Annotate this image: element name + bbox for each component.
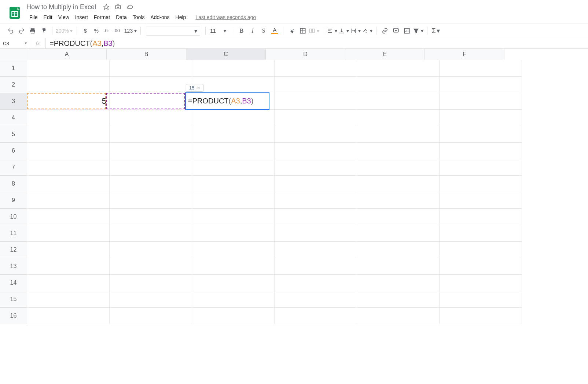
cell-e8[interactable] xyxy=(357,176,440,192)
cell-b3[interactable]: 3 xyxy=(110,93,192,110)
text-rotation-button[interactable]: ▾ xyxy=(362,26,373,36)
insert-chart-button[interactable] xyxy=(402,26,412,36)
cell-b5[interactable] xyxy=(110,126,192,143)
cell-c12[interactable] xyxy=(192,242,275,258)
row-header-7[interactable]: 7 xyxy=(0,159,27,176)
cell-b12[interactable] xyxy=(110,242,192,258)
menu-addons[interactable]: Add-ons xyxy=(147,13,172,22)
insert-link-button[interactable] xyxy=(380,26,390,36)
print-button[interactable] xyxy=(27,26,38,36)
cell-a5[interactable] xyxy=(27,126,110,143)
merge-cells-button[interactable]: ▾ xyxy=(309,26,320,36)
row-header-15[interactable]: 15 xyxy=(0,291,27,308)
last-edit-link[interactable]: Last edit was seconds ago xyxy=(195,14,256,20)
col-header-d[interactable]: D xyxy=(266,49,345,60)
row-header-16[interactable]: 16 xyxy=(0,308,27,324)
cell-a16[interactable] xyxy=(27,308,110,324)
cell-b16[interactable] xyxy=(110,308,192,324)
menu-edit[interactable]: Edit xyxy=(41,13,55,22)
cell-d8[interactable] xyxy=(275,176,357,192)
cell-e7[interactable] xyxy=(357,159,440,176)
cell-e3[interactable] xyxy=(357,93,440,110)
cell-f9[interactable] xyxy=(440,192,522,209)
col-header-e[interactable]: E xyxy=(345,49,425,60)
cell-a1[interactable] xyxy=(27,60,110,77)
cell-b10[interactable] xyxy=(110,209,192,225)
menu-file[interactable]: File xyxy=(26,13,41,22)
cell-a10[interactable] xyxy=(27,209,110,225)
row-header-5[interactable]: 5 xyxy=(0,126,27,143)
cell-d11[interactable] xyxy=(275,225,357,242)
cell-b11[interactable] xyxy=(110,225,192,242)
active-cell-c3[interactable]: =PRODUCT(A3,B3) xyxy=(185,92,269,110)
cell-a11[interactable] xyxy=(27,225,110,242)
cell-e4[interactable] xyxy=(357,110,440,126)
col-header-a[interactable]: A xyxy=(27,49,107,60)
cell-e12[interactable] xyxy=(357,242,440,258)
cell-a15[interactable] xyxy=(27,291,110,308)
cell-d3[interactable] xyxy=(275,93,357,110)
paint-format-button[interactable] xyxy=(38,26,49,36)
select-all-corner[interactable] xyxy=(0,49,27,60)
menu-tools[interactable]: Tools xyxy=(130,13,148,22)
menu-format[interactable]: Format xyxy=(91,13,113,22)
formula-bar[interactable]: =PRODUCT(A3,B3) xyxy=(46,38,588,48)
cell-b8[interactable] xyxy=(110,176,192,192)
menu-insert[interactable]: Insert xyxy=(72,13,91,22)
row-header-9[interactable]: 9 xyxy=(0,192,27,209)
cell-b1[interactable] xyxy=(110,60,192,77)
cell-d1[interactable] xyxy=(275,60,357,77)
cell-e5[interactable] xyxy=(357,126,440,143)
cell-f12[interactable] xyxy=(440,242,522,258)
cell-d5[interactable] xyxy=(275,126,357,143)
cell-f7[interactable] xyxy=(440,159,522,176)
cell-c11[interactable] xyxy=(192,225,275,242)
cell-e6[interactable] xyxy=(357,143,440,159)
sheets-logo[interactable] xyxy=(7,6,22,20)
cell-c13[interactable] xyxy=(192,258,275,275)
cell-f6[interactable] xyxy=(440,143,522,159)
number-format-button[interactable]: 123▾ xyxy=(124,26,137,36)
menu-data[interactable]: Data xyxy=(113,13,130,22)
cell-c6[interactable] xyxy=(192,143,275,159)
bold-button[interactable]: B xyxy=(236,26,247,36)
cell-c2[interactable] xyxy=(192,77,275,93)
cell-a9[interactable] xyxy=(27,192,110,209)
cell-b6[interactable] xyxy=(110,143,192,159)
decrease-decimal-button[interactable]: .0← xyxy=(102,26,113,36)
cell-f4[interactable] xyxy=(440,110,522,126)
doc-title[interactable]: How to Multiply in Excel xyxy=(26,3,96,11)
cell-c14[interactable] xyxy=(192,275,275,291)
cell-b14[interactable] xyxy=(110,275,192,291)
cell-e11[interactable] xyxy=(357,225,440,242)
row-header-10[interactable]: 10 xyxy=(0,209,27,225)
row-header-13[interactable]: 13 xyxy=(0,258,27,275)
cell-f11[interactable] xyxy=(440,225,522,242)
cell-f14[interactable] xyxy=(440,275,522,291)
cell-c1[interactable] xyxy=(192,60,275,77)
cell-c15[interactable] xyxy=(192,291,275,308)
cell-e10[interactable] xyxy=(357,209,440,225)
col-header-f[interactable]: F xyxy=(425,49,504,60)
v-align-button[interactable]: ▾ xyxy=(338,26,349,36)
increase-decimal-button[interactable]: .00→ xyxy=(113,26,124,36)
row-header-14[interactable]: 14 xyxy=(0,275,27,291)
col-header-c[interactable]: C xyxy=(186,49,266,60)
strikethrough-button[interactable]: S xyxy=(258,26,269,36)
menu-help[interactable]: Help xyxy=(173,13,189,22)
text-color-button[interactable]: A xyxy=(269,26,280,36)
cell-b9[interactable] xyxy=(110,192,192,209)
cell-f3[interactable] xyxy=(440,93,522,110)
borders-button[interactable] xyxy=(298,26,308,36)
cell-d7[interactable] xyxy=(275,159,357,176)
cell-a13[interactable] xyxy=(27,258,110,275)
cell-e9[interactable] xyxy=(357,192,440,209)
cell-f2[interactable] xyxy=(440,77,522,93)
cell-b13[interactable] xyxy=(110,258,192,275)
filter-button[interactable]: ▾ xyxy=(413,26,424,36)
cell-c5[interactable] xyxy=(192,126,275,143)
cell-a14[interactable] xyxy=(27,275,110,291)
cloud-icon[interactable] xyxy=(126,3,133,11)
cell-c7[interactable] xyxy=(192,159,275,176)
row-header-8[interactable]: 8 xyxy=(0,176,27,192)
